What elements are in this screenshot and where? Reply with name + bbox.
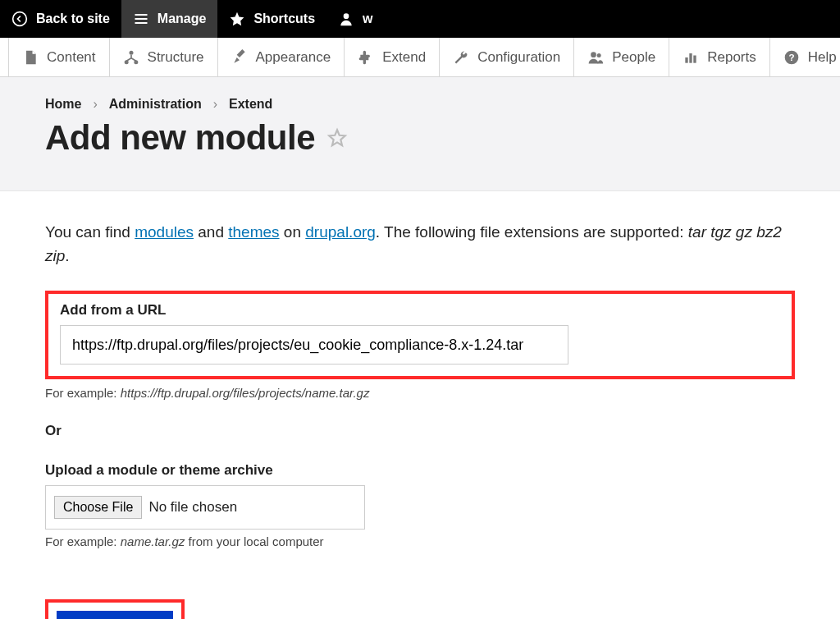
- svg-rect-9: [694, 55, 696, 62]
- tab-reports-label: Reports: [707, 49, 756, 66]
- modules-link[interactable]: modules: [135, 223, 194, 241]
- tab-content-label: Content: [47, 49, 96, 66]
- breadcrumb-home[interactable]: Home: [45, 97, 81, 112]
- url-help-example: https://ftp.drupal.org/files/projects/na…: [121, 386, 370, 400]
- upload-help-suffix: from your local computer: [185, 534, 323, 548]
- shortcuts-label: Shortcuts: [253, 11, 315, 26]
- user-label: w: [363, 11, 372, 26]
- intro-mid2: on: [280, 223, 306, 241]
- star-solid-icon: [229, 11, 245, 27]
- bars-icon: [682, 49, 699, 66]
- tab-content[interactable]: Content: [8, 38, 110, 76]
- page-header: Home › Administration › Extend Add new m…: [0, 77, 840, 191]
- hierarchy-icon: [123, 49, 139, 66]
- tab-help-label: Help: [808, 49, 837, 66]
- url-help: For example: https://ftp.drupal.org/file…: [45, 386, 795, 400]
- puzzle-icon: [358, 49, 374, 66]
- file-input-wrap: Choose File No file chosen: [45, 485, 365, 530]
- svg-point-6: [597, 53, 601, 57]
- page-title: Add new module: [45, 118, 315, 158]
- svg-point-0: [13, 12, 27, 26]
- intro-mid1: and: [194, 223, 228, 241]
- star-outline-icon[interactable]: [326, 127, 348, 149]
- url-label: Add from a URL: [60, 302, 780, 319]
- breadcrumb-administration[interactable]: Administration: [109, 97, 202, 112]
- wrench-icon: [453, 49, 469, 66]
- person-icon: [338, 11, 354, 27]
- upload-help: For example: name.tar.gz from your local…: [45, 534, 795, 548]
- drupal-link[interactable]: drupal.org: [305, 223, 376, 241]
- svg-point-1: [344, 13, 349, 19]
- admin-menu: Content Structure Appearance Extend Conf…: [0, 38, 840, 77]
- choose-file-button[interactable]: Choose File: [54, 496, 142, 519]
- arrow-left-circle-icon: [11, 11, 28, 27]
- url-help-prefix: For example:: [45, 386, 121, 400]
- submit-highlight: Continue: [45, 599, 185, 619]
- no-file-text: No file chosen: [148, 499, 237, 516]
- hamburger-icon: [133, 11, 149, 27]
- tab-help[interactable]: ? Help: [770, 38, 840, 76]
- people-icon: [587, 49, 604, 66]
- breadcrumb: Home › Administration › Extend: [45, 97, 795, 112]
- upload-help-example: name.tar.gz: [121, 534, 185, 548]
- tab-appearance-label: Appearance: [256, 49, 331, 66]
- svg-rect-7: [686, 57, 688, 63]
- tab-extend-label: Extend: [382, 49, 426, 66]
- admin-toolbar: Back to site Manage Shortcuts w: [0, 0, 840, 38]
- intro-period: .: [65, 247, 69, 264]
- tab-configuration-label: Configuration: [477, 49, 560, 66]
- question-circle-icon: ?: [783, 49, 800, 66]
- main-content: You can find modules and themes on drupa…: [39, 191, 801, 619]
- tab-structure-label: Structure: [148, 49, 204, 66]
- breadcrumb-extend[interactable]: Extend: [229, 97, 272, 112]
- shortcuts-tab[interactable]: Shortcuts: [217, 0, 326, 38]
- intro-suffix: . The following file extensions are supp…: [376, 223, 688, 241]
- svg-rect-8: [690, 53, 692, 63]
- tab-people-label: People: [612, 49, 655, 66]
- or-separator: Or: [45, 423, 795, 439]
- back-to-site-link[interactable]: Back to site: [0, 0, 121, 38]
- breadcrumb-sep: ›: [93, 97, 97, 112]
- tab-extend[interactable]: Extend: [345, 38, 440, 76]
- upload-label: Upload a module or theme archive: [45, 462, 795, 479]
- intro-text: You can find modules and themes on drupa…: [45, 221, 795, 268]
- svg-text:?: ?: [788, 52, 794, 62]
- manage-tab[interactable]: Manage: [121, 0, 218, 38]
- tab-structure[interactable]: Structure: [110, 38, 218, 76]
- svg-point-2: [129, 50, 133, 54]
- tab-configuration[interactable]: Configuration: [440, 38, 574, 76]
- url-highlight: Add from a URL: [45, 291, 795, 379]
- back-to-site-label: Back to site: [36, 11, 110, 26]
- breadcrumb-sep: ›: [213, 97, 217, 112]
- user-menu[interactable]: w: [326, 0, 384, 38]
- tab-appearance[interactable]: Appearance: [218, 38, 345, 76]
- themes-link[interactable]: themes: [228, 223, 279, 241]
- tab-people[interactable]: People: [574, 38, 669, 76]
- svg-point-5: [591, 52, 596, 57]
- continue-button[interactable]: Continue: [57, 611, 173, 619]
- url-input[interactable]: [60, 325, 568, 365]
- upload-help-prefix: For example:: [45, 534, 121, 548]
- tab-reports[interactable]: Reports: [669, 38, 770, 76]
- manage-label: Manage: [158, 11, 207, 26]
- intro-prefix: You can find: [45, 223, 135, 241]
- paintbrush-icon: [231, 49, 248, 66]
- file-icon: [22, 49, 39, 66]
